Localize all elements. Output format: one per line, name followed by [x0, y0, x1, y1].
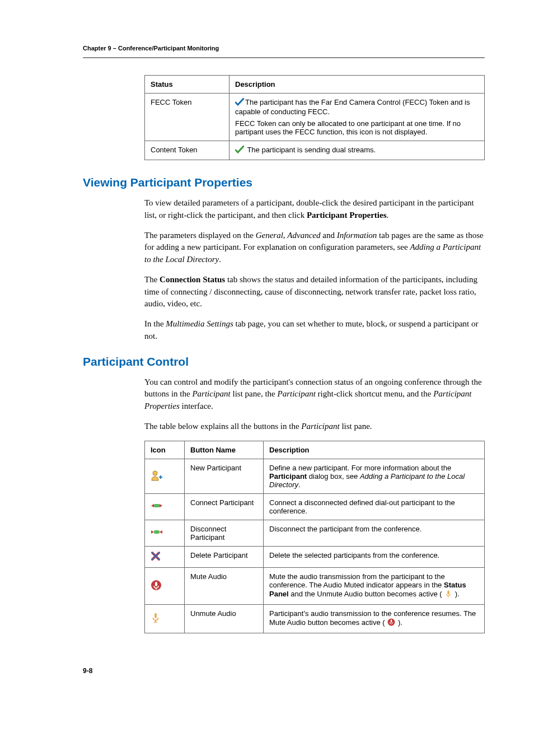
paragraph: The parameters displayed on the General,…	[144, 230, 485, 266]
unmute-audio-icon	[151, 617, 161, 625]
section2-body: You can control and modify the participa…	[144, 376, 485, 633]
icon-cell	[145, 459, 185, 493]
check-icon	[235, 146, 244, 155]
table-row: Connect Participant Connect a disconnect…	[145, 493, 485, 520]
table-row: FECC Token The participant has the Far E…	[145, 94, 485, 141]
desc-cell: The participant is sending dual streams.	[229, 141, 485, 160]
paragraph: In the Multimedia Settings tab page, you…	[144, 318, 485, 343]
desc-text: The participant has the Far End Camera C…	[235, 98, 470, 116]
status-cell: Content Token	[145, 141, 229, 160]
desc-text: The participant is sending dual streams.	[247, 146, 376, 154]
button-name-cell: Connect Participant	[185, 493, 264, 520]
icon-cell	[145, 493, 185, 520]
mute-audio-icon	[151, 584, 162, 592]
button-name-cell: Disconnect Participant	[185, 520, 264, 546]
disconnect-participant-icon	[151, 529, 163, 538]
page-number: 9-8	[83, 667, 485, 675]
button-name-cell: Mute Audio	[185, 567, 264, 604]
table-row: Mute Audio Mute the audio transmission f…	[145, 567, 485, 604]
icon-cell	[145, 546, 185, 567]
table-header-row: Status Description	[145, 76, 485, 94]
svg-rect-4	[154, 530, 160, 534]
button-name-cell: Unmute Audio	[185, 604, 264, 633]
button-desc-cell: Define a new participant. For more infor…	[264, 459, 485, 493]
table-row: New Participant Define a new participant…	[145, 459, 485, 493]
desc-text: FECC Token can only be allocated to one …	[235, 119, 461, 136]
unmute-audio-inline-icon	[442, 591, 455, 600]
section-title-viewing: Viewing Participant Properties	[83, 176, 485, 189]
button-desc-cell: Disconnect the participant from the conf…	[264, 520, 485, 546]
buttons-table: Icon Button Name Description New Pa	[144, 441, 485, 633]
buttons-header-icon: Icon	[145, 441, 185, 459]
button-desc-cell: Mute the audio transmission from the par…	[264, 567, 485, 604]
desc-cell: The participant has the Far End Camera C…	[229, 94, 485, 141]
delete-participant-icon	[151, 554, 161, 563]
buttons-header-name: Button Name	[185, 441, 264, 459]
new-participant-icon	[151, 474, 163, 483]
paragraph: To view detailed parameters of a partici…	[144, 197, 485, 222]
svg-rect-3	[154, 504, 160, 507]
paragraph: The table below explains all the buttons…	[144, 421, 485, 433]
status-table-container: Status Description FECC Token The partic…	[144, 75, 485, 160]
button-name-cell: Delete Participant	[185, 546, 264, 567]
connect-participant-icon	[151, 503, 163, 511]
status-cell: FECC Token	[145, 94, 229, 141]
icon-cell	[145, 567, 185, 604]
mute-audio-inline-icon	[385, 620, 398, 628]
table-header-row: Icon Button Name Description	[145, 441, 485, 459]
chapter-header: Chapter 9 – Conference/Participant Monit…	[83, 45, 485, 52]
buttons-header-desc: Description	[264, 441, 485, 459]
button-desc-cell: Connect a disconnected defined dial-out …	[264, 493, 485, 520]
svg-point-0	[153, 471, 157, 475]
icon-cell	[145, 604, 185, 633]
table-row: Disconnect Participant Disconnect the pa…	[145, 520, 485, 546]
icon-cell	[145, 520, 185, 546]
status-header-status: Status	[145, 76, 229, 94]
table-row: Unmute Audio Participant's audio transmi…	[145, 604, 485, 633]
page: Chapter 9 – Conference/Participant Monit…	[0, 0, 534, 708]
svg-rect-8	[448, 590, 449, 594]
status-header-desc: Description	[229, 76, 485, 94]
svg-rect-2	[160, 475, 161, 479]
table-row: Content Token The participant is sending…	[145, 141, 485, 160]
check-icon	[235, 98, 244, 108]
table-row: Delete Participant Delete the selected p…	[145, 546, 485, 567]
svg-rect-10	[154, 613, 157, 618]
section-title-control: Participant Control	[83, 355, 485, 368]
button-desc-cell: Participant's audio transmission to the …	[264, 604, 485, 633]
svg-rect-6	[155, 582, 157, 586]
paragraph: The Connection Status tab shows the stat…	[144, 274, 485, 310]
section1-body: To view detailed parameters of a partici…	[144, 197, 485, 343]
paragraph: You can control and modify the participa…	[144, 376, 485, 413]
svg-rect-14	[391, 619, 392, 623]
header-rule	[83, 57, 485, 58]
button-desc-cell: Delete the selected participants from th…	[264, 546, 485, 567]
status-table: Status Description FECC Token The partic…	[144, 75, 485, 160]
button-name-cell: New Participant	[185, 459, 264, 493]
